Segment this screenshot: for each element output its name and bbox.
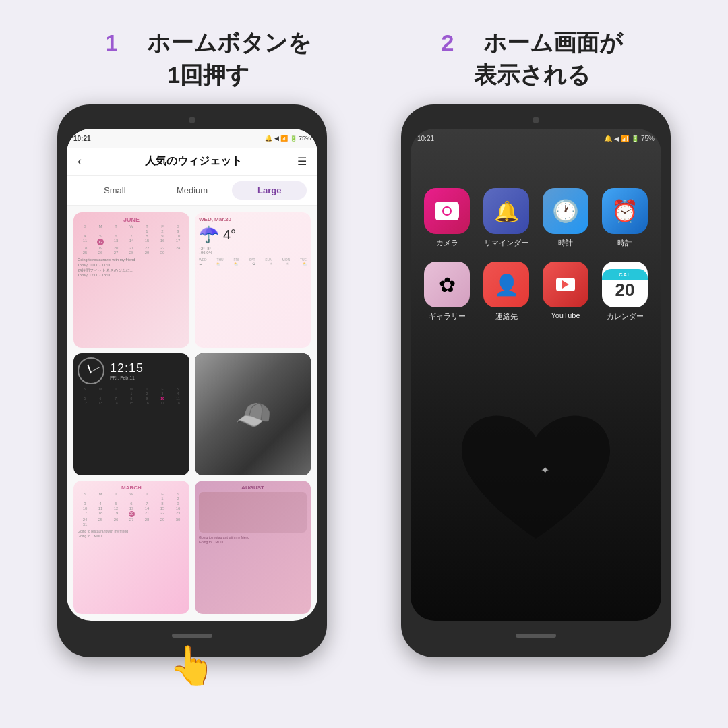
- calendar-label: カレンダー: [607, 311, 644, 322]
- cal-aug-events: Going to restaurant with my friendGoing …: [199, 535, 307, 545]
- app-youtube[interactable]: YouTube: [543, 262, 588, 322]
- app-reminder[interactable]: 🔔 リマインダー: [483, 188, 529, 248]
- widget-clock-content: 12:15 FRI, Feb.11 SMTWTFS 1234 5: [73, 353, 189, 475]
- tab-large[interactable]: Large: [232, 181, 307, 200]
- calendar-app-icon: CAL 20: [602, 262, 648, 307]
- phone1-status-icons: 🔔 ◀ 📶 🔋 75%: [265, 135, 311, 142]
- step-labels: 1 ホームボタンを1回押す 2 ホーム画面が表示される: [0, 0, 728, 104]
- phone1: 10:21 🔔 ◀ 📶 🔋 75% ‹ 人気のウィジェット ☰ Small: [57, 104, 327, 657]
- camera-app-icon: [424, 188, 470, 234]
- app-clock[interactable]: 🕐 時計: [543, 188, 588, 248]
- phone1-home-button[interactable]: [172, 634, 212, 638]
- weather-detail: ↑2°~8°↓96.0%: [199, 247, 307, 255]
- clock-app-icon: 🕐: [543, 188, 588, 234]
- phone2-time: 10:21: [417, 135, 434, 142]
- widget-cal-march-content: MARCH SMTWTFS 12 3456789 10111213141516 …: [73, 481, 189, 614]
- app-camera[interactable]: カメラ: [424, 188, 470, 248]
- phone1-wrapper: 10:21 🔔 ◀ 📶 🔋 75% ‹ 人気のウィジェット ☰ Small: [57, 104, 327, 657]
- phone2-top-bar: [411, 114, 661, 126]
- clock2-app-icon: ⏰: [602, 188, 648, 234]
- cal-june-events: Going to restaurants with my friend Toda…: [78, 257, 185, 278]
- widget-card-photo[interactable]: 🧢: [195, 353, 311, 475]
- youtube-play-icon: [556, 278, 575, 291]
- heart-svg: [455, 404, 617, 552]
- cal-top-strip: CAL: [602, 269, 648, 280]
- cal-june-title: JUNE: [78, 216, 185, 223]
- clock-digital-time: 12:15: [110, 361, 144, 375]
- app-calendar[interactable]: CAL 20 カレンダー: [602, 262, 648, 322]
- step2-number: 2: [442, 30, 454, 55]
- phone2-camera-dot: [533, 117, 539, 123]
- clock-date: FRI, Feb.11: [110, 375, 144, 380]
- phone2-home-button[interactable]: [516, 634, 556, 638]
- tab-medium[interactable]: Medium: [155, 181, 230, 200]
- step2-label: 2 ホーム画面が表示される: [442, 27, 623, 91]
- step1-label: 1 ホームボタンを1回押す: [105, 27, 311, 91]
- menu-icon[interactable]: ☰: [297, 155, 307, 168]
- cal-march-events: Going to restaurant with my friendGoing …: [78, 529, 185, 539]
- back-arrow-icon[interactable]: ‹: [78, 154, 82, 169]
- app-clock2[interactable]: ⏰ 時計: [602, 188, 648, 248]
- phone1-time: 10:21: [73, 135, 91, 142]
- weather-temp: 4°: [223, 227, 236, 243]
- cal-number-big: 20: [615, 280, 635, 300]
- sparkle-icon: ✦: [541, 464, 549, 477]
- widget-cal-aug-content: AUGUST Going to restaurant with my frien…: [195, 481, 311, 614]
- flower-icon: ✿: [439, 273, 456, 297]
- phone2-bottom-bar: [411, 624, 661, 648]
- camera-label: カメラ: [436, 238, 458, 248]
- phone1-top-bar: [67, 114, 317, 126]
- ny-hat-icon: 🧢: [235, 397, 272, 432]
- reminder-app-icon: 🔔: [483, 188, 529, 234]
- contacts-app-icon: 👤: [483, 262, 529, 307]
- weather-date: WED, Mar.20: [199, 216, 307, 222]
- camera-body-icon: [435, 202, 459, 220]
- widget-photo-content: 🧢: [195, 353, 311, 475]
- phone2-status-icons: 🔔 ◀ 📶 🔋 75%: [604, 135, 655, 142]
- cal-june-grid: SMTWTFS 123 45678910 11121314151617 1819…: [78, 224, 185, 255]
- apps-grid: カメラ 🔔 リマインダー 🕐: [411, 148, 661, 335]
- phones-row: 10:21 🔔 ◀ 📶 🔋 75% ‹ 人気のウィジェット ☰ Small: [0, 104, 728, 657]
- youtube-label: YouTube: [551, 311, 580, 320]
- widget-calendar-pink-content: JUNE SMTWTFS 123 45678910 11121314151617…: [73, 212, 189, 348]
- clock-cal-mini: SMTWTFS 1234 567891011 12131415161718: [78, 387, 185, 405]
- widget-weather-content: WED, Mar.20 ☂️ 4° ↑2°~8°↓96.0% WEDTHUFRI…: [195, 212, 311, 348]
- weather-umbrella-icon: ☂️: [199, 225, 219, 244]
- widget-card-march[interactable]: MARCH SMTWTFS 12 3456789 10111213141516 …: [73, 481, 189, 614]
- clock2-label: 時計: [617, 238, 632, 248]
- tab-small[interactable]: Small: [78, 181, 152, 200]
- main-container: 1 ホームボタンを1回押す 2 ホーム画面が表示される 10:21: [0, 0, 728, 728]
- clock-label: 時計: [558, 238, 573, 248]
- phone1-status-bar: 10:21 🔔 ◀ 📶 🔋 75%: [67, 129, 317, 148]
- gallery-app-icon: ✿: [424, 262, 470, 307]
- widget-card-weather[interactable]: WED, Mar.20 ☂️ 4° ↑2°~8°↓96.0% WEDTHUFRI…: [195, 212, 311, 348]
- app-gallery[interactable]: ✿ ギャラリー: [424, 262, 470, 322]
- youtube-triangle-icon: [562, 280, 569, 289]
- phone2-screen: 10:21 🔔 ◀ 📶 🔋 75% カメラ: [411, 129, 661, 621]
- heart-wallpaper: ✦: [411, 335, 661, 621]
- widget-card-june[interactable]: JUNE SMTWTFS 123 45678910 11121314151617…: [73, 212, 189, 348]
- widget-card-clock[interactable]: 12:15 FRI, Feb.11 SMTWTFS 1234 5: [73, 353, 189, 475]
- widget-header: ‹ 人気のウィジェット ☰: [67, 148, 317, 176]
- widgets-grid: JUNE SMTWTFS 123 45678910 11121314151617…: [67, 206, 317, 621]
- hand-cursor-icon: 👆: [169, 643, 216, 688]
- clock-analog-face: [78, 357, 104, 384]
- phone2-status-bar: 10:21 🔔 ◀ 📶 🔋 75%: [411, 129, 661, 148]
- reminder-label: リマインダー: [484, 238, 528, 248]
- app-contacts[interactable]: 👤 連絡先: [483, 262, 529, 322]
- widget-screen: 10:21 🔔 ◀ 📶 🔋 75% ‹ 人気のウィジェット ☰ Small: [67, 129, 317, 621]
- phone1-camera-dot: [189, 117, 195, 123]
- bell-icon: 🔔: [494, 200, 519, 223]
- widget-card-august[interactable]: AUGUST Going to restaurant with my frien…: [195, 481, 311, 614]
- contacts-label: 連絡先: [495, 311, 518, 322]
- widget-screen-title: 人気のウィジェット: [90, 154, 297, 169]
- camera-lens-icon: [442, 206, 452, 216]
- gallery-label: ギャラリー: [429, 311, 466, 322]
- phone1-screen: 10:21 🔔 ◀ 📶 🔋 75% ‹ 人気のウィジェット ☰ Small: [67, 129, 317, 621]
- size-tabs: Small Medium Large: [67, 176, 317, 206]
- home-screen: 10:21 🔔 ◀ 📶 🔋 75% カメラ: [411, 129, 661, 621]
- person-icon: 👤: [494, 273, 519, 297]
- phone2: 10:21 🔔 ◀ 📶 🔋 75% カメラ: [401, 104, 671, 657]
- youtube-app-icon: [543, 262, 588, 307]
- step1-number: 1: [105, 30, 118, 55]
